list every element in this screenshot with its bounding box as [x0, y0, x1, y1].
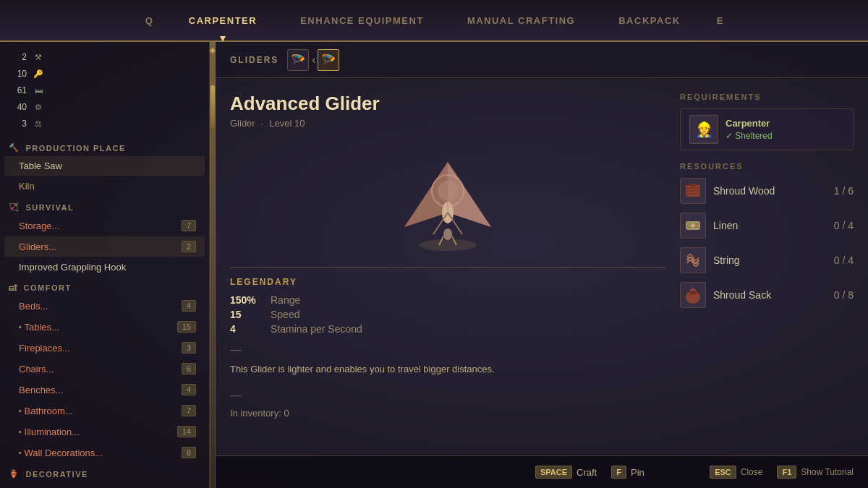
bottom-right: ESC Close F1 Show Tutorial [710, 466, 854, 479]
sidebar-item-grappling-hook[interactable]: Improved Grappling Hook [4, 257, 205, 277]
sidebar-item-fireplaces[interactable]: Fireplaces... 3 [4, 338, 205, 358]
shroud-wood-icon [680, 178, 706, 204]
inventory-count: In inventory: 0 [230, 408, 665, 419]
sidebar-item-benches[interactable]: Benches... 4 [4, 380, 205, 400]
scroll-divider[interactable] [210, 42, 216, 488]
main-layout: 2 ⚒ 10 🔑 61 🛏 40 ⚙ 3 ⚖ 🔨 PRODUCTIO [0, 42, 868, 488]
resource-linen: Linen 0 / 4 [680, 213, 854, 239]
tab-enhance-equipment[interactable]: ENHANCE EQUIPMENT [278, 0, 446, 40]
divider-2: — [230, 389, 665, 402]
content-body: Advanced Glider Glider · Level 10 [216, 78, 868, 455]
close-label: Close [741, 467, 763, 477]
sidebar-item-gliders[interactable]: Gliders... 2 [4, 236, 205, 257]
svg-point-21 [691, 223, 695, 228]
prev-arrow[interactable]: ‹ [312, 53, 315, 67]
scale-icon: ⚖ [33, 118, 44, 129]
sidebar-item-illumination[interactable]: • Illumination... 14 [4, 421, 205, 442]
requirements-title: REQUIREMENTS [680, 93, 854, 101]
glider-image [390, 140, 506, 256]
glider-icon-2[interactable]: 🪂 [318, 49, 339, 71]
stat-row-2: 10 🔑 [0, 66, 209, 82]
rarity-label: LEGENDARY [230, 267, 665, 287]
bottom-action-bar: SPACE Craft F Pin ESC Close F1 Show Tuto… [216, 455, 868, 488]
production-place-header: 🔨 PRODUCTION PLACE [0, 137, 209, 155]
craft-key-badge: SPACE [535, 466, 572, 479]
req-details: Carpenter ✓ Sheltered [726, 118, 773, 141]
string-label: String [713, 254, 827, 266]
key-icon: 🔑 [33, 68, 44, 80]
stat-row-speed: 15 Speed [230, 309, 665, 320]
sidebar-item-tables[interactable]: • Tables... 15 [4, 317, 205, 337]
item-display: Advanced Glider Glider · Level 10 [230, 93, 665, 441]
top-navigation: Q CARPENTER ENHANCE EQUIPMENT MANUAL CRA… [0, 0, 868, 42]
content-title: GLIDERS [230, 55, 278, 65]
svg-point-9 [443, 228, 452, 240]
item-subtitle: Glider · Level 10 [230, 118, 665, 129]
hammer-icon: ⚒ [33, 51, 44, 63]
stat-row-4: 40 ⚙ [0, 99, 209, 115]
linen-icon [680, 213, 706, 239]
tutorial-label: Show Tutorial [801, 467, 854, 477]
resource-string: String 0 / 4 [680, 247, 854, 273]
scroll-diamond-top [210, 48, 216, 53]
right-key[interactable]: E [702, 15, 738, 26]
pin-action[interactable]: F Pin [611, 466, 644, 479]
shroud-wood-label: Shroud Wood [713, 185, 827, 197]
stat-row-1: 2 ⚒ [0, 49, 209, 65]
craft-action[interactable]: SPACE Craft [535, 466, 597, 479]
comfort-header: 🛋 COMFORT [0, 278, 209, 295]
glider-icon-1[interactable]: 🪂 [287, 49, 309, 71]
left-key[interactable]: Q [131, 15, 167, 26]
sidebar-item-wall-decorations[interactable]: • Wall Decorations... 8 [4, 442, 205, 463]
sidebar-item-chairs[interactable]: Chairs... 6 [4, 359, 205, 379]
sidebar-item-table-saw[interactable]: Table Saw [4, 156, 205, 176]
survival-header: 🏹 SURVIVAL [0, 197, 209, 215]
string-icon [680, 247, 706, 273]
svg-point-12 [419, 239, 477, 251]
tutorial-key-badge: F1 [777, 466, 796, 479]
svg-rect-17 [690, 184, 696, 187]
sidebar-item-beds[interactable]: Beds... 4 [4, 296, 205, 316]
linen-label: Linen [713, 220, 827, 231]
pin-key-badge: F [611, 466, 626, 479]
shroud-sack-label: Shroud Sack [713, 289, 827, 301]
resource-shroud-sack: Shroud Sack 0 / 8 [680, 282, 854, 308]
linen-count: 0 / 4 [834, 220, 854, 231]
scroll-thumb[interactable] [210, 85, 215, 129]
bed-icon: 🛏 [33, 85, 44, 96]
tab-manual-crafting[interactable]: MANUAL CRAFTING [446, 0, 597, 40]
stat-row-range: 150% Range [230, 294, 665, 306]
stat-row-3: 61 🛏 [0, 82, 209, 98]
shroud-wood-count: 1 / 6 [834, 185, 854, 197]
tab-carpenter[interactable]: CARPENTER [167, 0, 278, 40]
string-count: 0 / 4 [834, 254, 854, 266]
sidebar-item-bathroom[interactable]: • Bathroom... 7 [4, 401, 205, 421]
bottom-actions: SPACE Craft F Pin [470, 466, 710, 479]
sidebar-item-storage[interactable]: Storage... 7 [4, 215, 205, 236]
content-header: GLIDERS 🪂 ‹ 🪂 [216, 42, 868, 78]
requirement-box: 👷 Carpenter ✓ Sheltered [680, 108, 854, 150]
shroud-sack-count: 0 / 8 [834, 289, 854, 301]
divider-1: — [230, 343, 665, 356]
carpenter-avatar: 👷 [689, 115, 718, 144]
requirements-panel: REQUIREMENTS 👷 Carpenter ✓ Sheltered RES… [680, 93, 854, 441]
item-description: This Glider is lighter and enables you t… [230, 362, 665, 377]
close-hint[interactable]: ESC Close [710, 466, 762, 479]
resource-shroud-wood: Shroud Wood 1 / 6 [680, 178, 854, 204]
item-image-area [375, 140, 520, 256]
shroud-sack-icon [680, 282, 706, 308]
close-key-badge: ESC [710, 466, 736, 479]
sidebar-item-kiln[interactable]: Kiln [4, 176, 205, 196]
pin-label: Pin [631, 467, 644, 478]
resources-title: RESOURCES [680, 162, 854, 171]
decorative-header: 🏺 DECORATIVE [0, 463, 209, 481]
content-area: GLIDERS 🪂 ‹ 🪂 Advanced Glider Glider · L… [216, 42, 868, 488]
stat-row-stamina: 4 Stamina per Second [230, 323, 665, 335]
stat-row-5: 3 ⚖ [0, 116, 209, 132]
sidebar: 2 ⚒ 10 🔑 61 🛏 40 ⚙ 3 ⚖ 🔨 PRODUCTIO [0, 42, 210, 488]
item-name: Advanced Glider [230, 93, 665, 115]
tutorial-hint[interactable]: F1 Show Tutorial [777, 466, 854, 479]
craft-label: Craft [576, 467, 597, 478]
gear-icon: ⚙ [33, 101, 44, 113]
tab-backpack[interactable]: BACKPACK [597, 0, 702, 40]
